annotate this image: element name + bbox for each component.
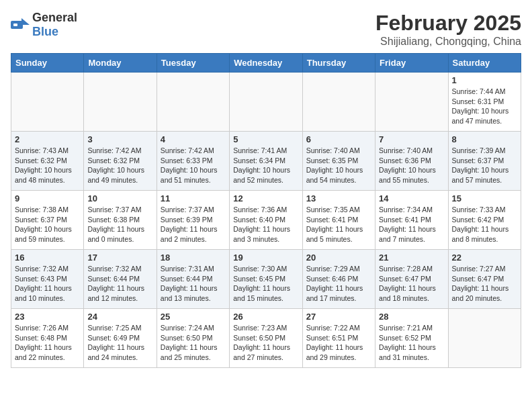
calendar-cell — [230, 73, 302, 132]
day-info: Sunrise: 7:22 AM Sunset: 6:51 PM Dayligh… — [306, 323, 371, 363]
calendar-cell: 18Sunrise: 7:31 AM Sunset: 6:44 PM Dayli… — [157, 250, 229, 309]
weekday-monday: Monday — [84, 54, 157, 73]
calendar-table: SundayMondayTuesdayWednesdayThursdayFrid… — [11, 53, 521, 368]
day-number: 11 — [161, 193, 226, 203]
day-info: Sunrise: 7:27 AM Sunset: 6:47 PM Dayligh… — [452, 264, 517, 304]
day-info: Sunrise: 7:31 AM Sunset: 6:44 PM Dayligh… — [161, 264, 226, 304]
day-number: 15 — [452, 193, 517, 203]
logo-general: General — [32, 11, 77, 24]
day-number: 13 — [306, 193, 371, 203]
calendar-week-2: 9Sunrise: 7:38 AM Sunset: 6:37 PM Daylig… — [11, 191, 521, 250]
day-number: 2 — [15, 134, 80, 144]
calendar-cell: 9Sunrise: 7:38 AM Sunset: 6:37 PM Daylig… — [11, 191, 84, 250]
calendar-cell: 16Sunrise: 7:32 AM Sunset: 6:43 PM Dayli… — [11, 250, 84, 309]
calendar-cell: 15Sunrise: 7:33 AM Sunset: 6:42 PM Dayli… — [448, 191, 521, 250]
calendar-cell: 22Sunrise: 7:27 AM Sunset: 6:47 PM Dayli… — [448, 250, 521, 309]
calendar-cell: 14Sunrise: 7:34 AM Sunset: 6:41 PM Dayli… — [375, 191, 448, 250]
day-number: 12 — [233, 193, 298, 203]
day-number: 3 — [87, 134, 152, 144]
calendar-cell: 11Sunrise: 7:37 AM Sunset: 6:39 PM Dayli… — [157, 191, 229, 250]
day-info: Sunrise: 7:30 AM Sunset: 6:45 PM Dayligh… — [233, 264, 298, 304]
weekday-sunday: Sunday — [11, 54, 84, 73]
weekday-tuesday: Tuesday — [157, 54, 229, 73]
day-number: 14 — [379, 193, 444, 203]
location-title: Shijialiang, Chongqing, China — [375, 36, 521, 48]
day-info: Sunrise: 7:38 AM Sunset: 6:37 PM Dayligh… — [15, 205, 80, 244]
calendar-cell: 4Sunrise: 7:42 AM Sunset: 6:33 PM Daylig… — [157, 132, 229, 191]
day-number: 27 — [306, 312, 371, 322]
svg-marker-1 — [21, 18, 30, 25]
day-info: Sunrise: 7:40 AM Sunset: 6:36 PM Dayligh… — [379, 146, 444, 185]
calendar-cell: 2Sunrise: 7:43 AM Sunset: 6:32 PM Daylig… — [11, 132, 84, 191]
calendar-cell: 13Sunrise: 7:35 AM Sunset: 6:41 PM Dayli… — [302, 191, 375, 250]
day-number: 16 — [15, 253, 80, 263]
day-info: Sunrise: 7:42 AM Sunset: 6:32 PM Dayligh… — [87, 146, 152, 185]
day-info: Sunrise: 7:35 AM Sunset: 6:41 PM Dayligh… — [306, 205, 371, 244]
day-info: Sunrise: 7:28 AM Sunset: 6:47 PM Dayligh… — [379, 264, 444, 304]
weekday-friday: Friday — [375, 54, 448, 73]
calendar-cell: 7Sunrise: 7:40 AM Sunset: 6:36 PM Daylig… — [375, 132, 448, 191]
calendar-cell: 8Sunrise: 7:39 AM Sunset: 6:37 PM Daylig… — [448, 132, 521, 191]
title-block: February 2025 Shijialiang, Chongqing, Ch… — [375, 11, 521, 48]
day-info: Sunrise: 7:43 AM Sunset: 6:32 PM Dayligh… — [15, 146, 80, 185]
page-header: General Blue February 2025 Shijialiang, … — [11, 11, 521, 48]
day-number: 17 — [87, 253, 152, 263]
day-number: 23 — [15, 312, 80, 322]
weekday-wednesday: Wednesday — [230, 54, 302, 73]
day-number: 10 — [87, 193, 152, 203]
calendar-cell: 3Sunrise: 7:42 AM Sunset: 6:32 PM Daylig… — [84, 132, 157, 191]
day-number: 6 — [306, 134, 371, 144]
calendar-cell: 28Sunrise: 7:21 AM Sunset: 6:52 PM Dayli… — [375, 309, 448, 368]
calendar-cell: 10Sunrise: 7:37 AM Sunset: 6:38 PM Dayli… — [84, 191, 157, 250]
calendar-cell: 23Sunrise: 7:26 AM Sunset: 6:48 PM Dayli… — [11, 309, 84, 368]
calendar-cell: 19Sunrise: 7:30 AM Sunset: 6:45 PM Dayli… — [230, 250, 302, 309]
weekday-thursday: Thursday — [302, 54, 375, 73]
day-number: 19 — [233, 253, 298, 263]
calendar-cell — [302, 73, 375, 132]
month-title: February 2025 — [375, 11, 521, 36]
logo: General Blue — [11, 11, 77, 39]
day-info: Sunrise: 7:21 AM Sunset: 6:52 PM Dayligh… — [379, 323, 444, 363]
calendar-cell: 26Sunrise: 7:23 AM Sunset: 6:50 PM Dayli… — [230, 309, 302, 368]
day-info: Sunrise: 7:42 AM Sunset: 6:33 PM Dayligh… — [161, 146, 226, 185]
calendar-cell — [11, 73, 84, 132]
day-number: 24 — [87, 312, 152, 322]
calendar-week-0: 1Sunrise: 7:44 AM Sunset: 6:31 PM Daylig… — [11, 73, 521, 132]
day-info: Sunrise: 7:34 AM Sunset: 6:41 PM Dayligh… — [379, 205, 444, 244]
calendar-week-1: 2Sunrise: 7:43 AM Sunset: 6:32 PM Daylig… — [11, 132, 521, 191]
calendar-cell: 21Sunrise: 7:28 AM Sunset: 6:47 PM Dayli… — [375, 250, 448, 309]
day-info: Sunrise: 7:40 AM Sunset: 6:35 PM Dayligh… — [306, 146, 371, 185]
day-info: Sunrise: 7:36 AM Sunset: 6:40 PM Dayligh… — [233, 205, 298, 244]
day-info: Sunrise: 7:32 AM Sunset: 6:43 PM Dayligh… — [15, 264, 80, 304]
day-info: Sunrise: 7:37 AM Sunset: 6:39 PM Dayligh… — [161, 205, 226, 244]
day-number: 21 — [379, 253, 444, 263]
calendar-week-4: 23Sunrise: 7:26 AM Sunset: 6:48 PM Dayli… — [11, 309, 521, 368]
day-number: 7 — [379, 134, 444, 144]
day-number: 1 — [452, 75, 517, 85]
day-number: 22 — [452, 253, 517, 263]
day-info: Sunrise: 7:41 AM Sunset: 6:34 PM Dayligh… — [233, 146, 298, 185]
day-info: Sunrise: 7:44 AM Sunset: 6:31 PM Dayligh… — [452, 87, 517, 126]
day-number: 5 — [233, 134, 298, 144]
day-number: 18 — [161, 253, 226, 263]
calendar-body: 1Sunrise: 7:44 AM Sunset: 6:31 PM Daylig… — [11, 73, 521, 368]
calendar-cell: 12Sunrise: 7:36 AM Sunset: 6:40 PM Dayli… — [230, 191, 302, 250]
calendar-cell: 24Sunrise: 7:25 AM Sunset: 6:49 PM Dayli… — [84, 309, 157, 368]
day-number: 25 — [161, 312, 226, 322]
day-number: 28 — [379, 312, 444, 322]
day-number: 20 — [306, 253, 371, 263]
calendar-header: SundayMondayTuesdayWednesdayThursdayFrid… — [11, 54, 521, 73]
calendar-cell: 6Sunrise: 7:40 AM Sunset: 6:35 PM Daylig… — [302, 132, 375, 191]
day-info: Sunrise: 7:23 AM Sunset: 6:50 PM Dayligh… — [233, 323, 298, 363]
day-info: Sunrise: 7:33 AM Sunset: 6:42 PM Dayligh… — [452, 205, 517, 244]
day-info: Sunrise: 7:29 AM Sunset: 6:46 PM Dayligh… — [306, 264, 371, 304]
day-number: 26 — [233, 312, 298, 322]
calendar-cell — [375, 73, 448, 132]
calendar-cell: 20Sunrise: 7:29 AM Sunset: 6:46 PM Dayli… — [302, 250, 375, 309]
calendar-cell — [448, 309, 521, 368]
logo-blue: Blue — [32, 25, 58, 38]
day-number: 9 — [15, 193, 80, 203]
weekday-saturday: Saturday — [448, 54, 521, 73]
logo-icon — [11, 18, 30, 32]
day-info: Sunrise: 7:26 AM Sunset: 6:48 PM Dayligh… — [15, 323, 80, 363]
